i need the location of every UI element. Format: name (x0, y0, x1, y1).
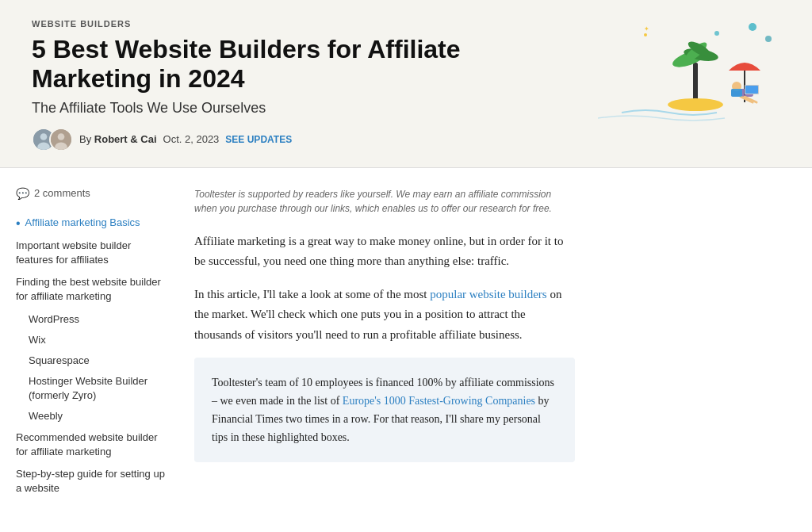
svg-rect-20 (731, 89, 742, 97)
toc-item[interactable]: Hostinger Website Builder (formerly Zyro… (16, 374, 170, 403)
svg-rect-22 (745, 86, 758, 94)
author-row: By Robert & Cai Oct. 2, 2023 SEE UPDATES (32, 128, 539, 151)
category-label: WEBSITE BUILDERS (32, 19, 539, 29)
toc-item[interactable]: Finding the best website builder for aff… (16, 275, 170, 304)
main-layout: 💬 2 comments Affiliate marketing BasicsI… (0, 168, 812, 523)
svg-point-1 (40, 133, 48, 140)
svg-point-8 (765, 36, 772, 42)
toc-item[interactable]: Weebly (16, 409, 170, 423)
highlight-box-text: Tooltester's team of 10 employees is fin… (212, 373, 557, 446)
author-names: Robert & Cai (94, 133, 157, 145)
article-subtitle: The Affiliate Tools We Use Ourselves (32, 100, 539, 117)
toc-item[interactable]: WordPress (16, 312, 170, 327)
toc-item[interactable]: Recommended website builder for affiliat… (16, 431, 170, 459)
toc-item[interactable]: Affiliate marketing Basics (16, 216, 170, 231)
toc-item[interactable]: Step-by-step guide for setting up a webs… (16, 467, 170, 496)
svg-point-14 (668, 98, 723, 111)
comments-label: 2 comments (34, 187, 90, 199)
author-text: By Robert & Cai (79, 133, 157, 145)
paragraph-2: In this article, I'll take a look at som… (194, 285, 575, 346)
header-content: WEBSITE BUILDERS 5 Best Website Builders… (32, 19, 539, 151)
svg-point-4 (58, 133, 65, 140)
toc-item[interactable]: Wix (16, 333, 170, 347)
paragraph-1: Affiliate marketing is a great way to ma… (194, 232, 575, 272)
article-date: Oct. 2, 2023 (163, 133, 220, 145)
disclaimer-text: Tooltester is supported by readers like … (194, 187, 575, 216)
comments-count[interactable]: 💬 2 comments (16, 187, 170, 200)
svg-point-23 (644, 33, 647, 36)
sidebar: 💬 2 comments Affiliate marketing BasicsI… (16, 187, 170, 504)
svg-point-7 (749, 23, 756, 31)
see-updates-link[interactable]: SEE UPDATES (225, 134, 292, 145)
popular-website-builders-link[interactable]: popular website builders (430, 288, 546, 300)
article-header: WEBSITE BUILDERS 5 Best Website Builders… (0, 0, 812, 167)
svg-point-6 (714, 31, 719, 36)
article-content: Tooltester is supported by readers like … (194, 187, 575, 504)
fastest-growing-link[interactable]: Europe's 1000 Fastest-Growing Companies (343, 395, 535, 407)
header-illustration: ✦ (598, 19, 780, 122)
author-avatars (32, 128, 73, 151)
toc-item[interactable]: Important website builder features for a… (16, 239, 170, 267)
para2-start: In this article, I'll take a look at som… (194, 288, 430, 300)
table-of-contents: Affiliate marketing BasicsImportant webs… (16, 216, 170, 496)
toc-item[interactable]: Squarespace (16, 354, 170, 368)
svg-text:✦: ✦ (644, 25, 649, 33)
highlight-box: Tooltester's team of 10 employees is fin… (194, 358, 575, 462)
article-title: 5 Best Website Builders for Affiliate Ma… (32, 35, 539, 94)
avatar-cai (49, 128, 73, 151)
comment-icon: 💬 (16, 187, 29, 200)
